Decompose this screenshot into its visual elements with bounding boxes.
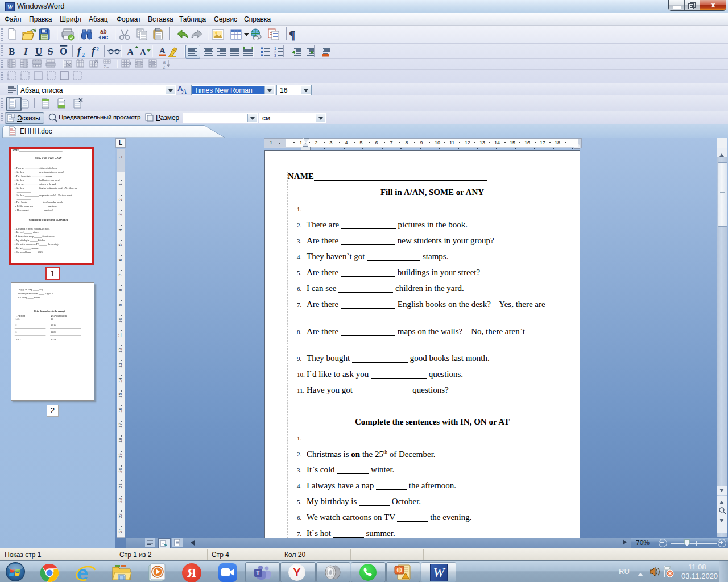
svg-text:U: U	[35, 46, 42, 57]
svg-text:2: 2	[96, 46, 99, 52]
svg-text:I: I	[23, 46, 28, 57]
svg-text:¶: ¶	[289, 28, 295, 42]
svg-text:B: B	[9, 46, 15, 57]
svg-text:T: T	[256, 569, 260, 576]
svg-text:2: 2	[82, 52, 85, 58]
svg-text:A: A	[140, 48, 146, 57]
svg-text:z: z	[163, 64, 166, 69]
svg-text:3: 3	[274, 53, 276, 57]
svg-text:Σ=: Σ=	[104, 64, 109, 69]
svg-text:ac: ac	[102, 34, 109, 40]
svg-text:O: O	[60, 46, 67, 57]
svg-text:f: f	[92, 45, 96, 57]
svg-text:S: S	[48, 46, 53, 57]
svg-text:A: A	[181, 87, 187, 94]
svg-text:A: A	[127, 47, 134, 57]
svg-text:A: A	[159, 46, 166, 55]
svg-text:f: f	[77, 45, 82, 57]
